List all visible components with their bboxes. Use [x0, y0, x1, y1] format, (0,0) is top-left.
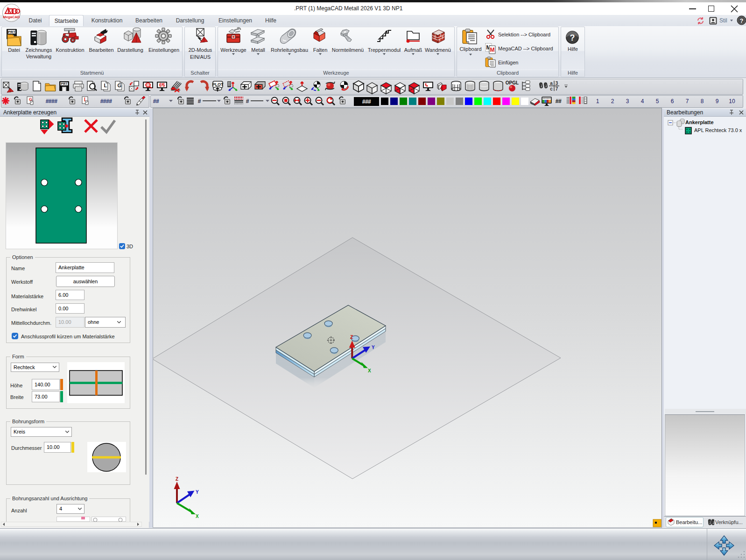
svg-text:7: 7	[556, 86, 558, 91]
svg-text:PRT: PRT	[8, 30, 15, 34]
svg-text:X: X	[196, 514, 199, 519]
svg-text:?: ?	[740, 17, 744, 24]
svg-text:Z: Z	[176, 476, 178, 482]
svg-text:?: ?	[570, 33, 575, 42]
svg-text:M: M	[490, 47, 495, 53]
svg-text:##: ##	[556, 98, 562, 105]
svg-text:6: 6	[159, 83, 162, 88]
svg-text:Y: Y	[196, 490, 199, 495]
svg-text:#: #	[198, 98, 201, 105]
svg-text:c: c	[550, 86, 553, 91]
svg-text:##: ##	[153, 98, 159, 105]
svg-text:####: ####	[46, 98, 58, 105]
svg-text:OPGL: OPGL	[506, 80, 519, 85]
svg-text:L: L	[104, 83, 107, 88]
svg-text:#: #	[246, 98, 249, 105]
svg-text:G: G	[118, 83, 122, 88]
svg-text:MegaCAD: MegaCAD	[3, 15, 20, 19]
svg-text:Y: Y	[372, 345, 375, 350]
svg-text:PRT: PRT	[61, 82, 68, 85]
svg-text:####: ####	[100, 98, 113, 105]
svg-text:X: X	[368, 368, 371, 373]
svg-text:6: 6	[162, 83, 165, 88]
svg-text:a: a	[550, 81, 553, 86]
svg-text:Ankerplatte: Ankerplatte	[685, 119, 714, 125]
svg-text:3: 3	[556, 81, 558, 86]
svg-text:APL Rechteck 73.0 x: APL Rechteck 73.0 x	[694, 127, 742, 133]
svg-text:Z: Z	[350, 335, 353, 340]
svg-text:###: ###	[362, 98, 371, 105]
svg-text:PLOT: PLOT	[212, 82, 224, 87]
